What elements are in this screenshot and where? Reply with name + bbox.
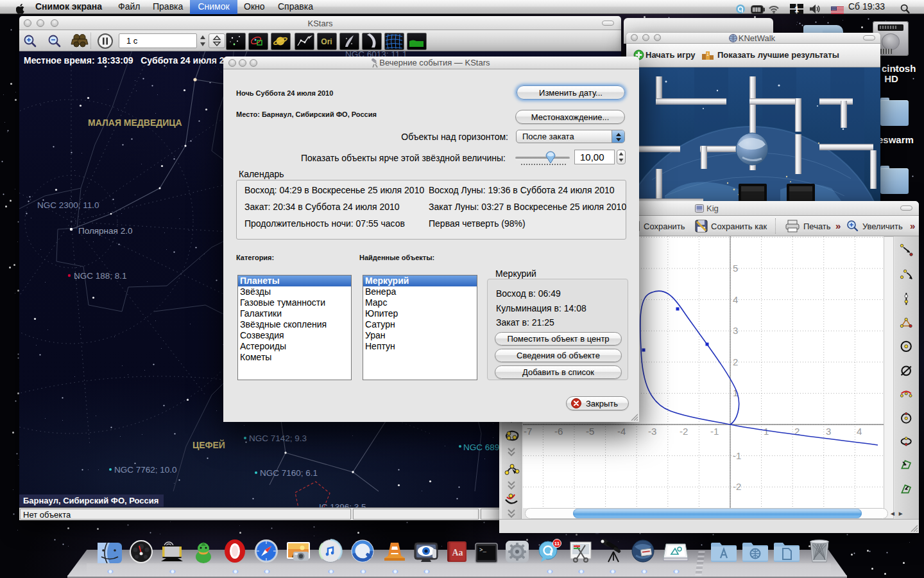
svg-text:-3: -3	[648, 426, 656, 437]
svg-text:11: 11	[554, 541, 560, 547]
svg-text:4: 4	[733, 294, 738, 305]
svg-text:5: 5	[733, 263, 738, 274]
svg-text:-1: -1	[733, 450, 741, 461]
svg-text:-5: -5	[586, 426, 594, 437]
svg-text:-6: -6	[554, 426, 563, 437]
svg-text:Ori: Ori	[321, 37, 332, 46]
svg-text:3: 3	[733, 325, 738, 336]
svg-text:Aa: Aa	[452, 548, 463, 557]
svg-text:1: 1	[706, 52, 709, 57]
svg-text:-7: -7	[524, 426, 532, 437]
svg-text:3: 3	[826, 426, 831, 437]
svg-text:>_: >_	[479, 547, 486, 554]
svg-text:1: 1	[794, 5, 799, 14]
svg-text:4: 4	[857, 426, 862, 437]
svg-text:2: 2	[733, 356, 738, 367]
svg-text:-1: -1	[710, 426, 719, 437]
svg-text:-4: -4	[617, 426, 626, 437]
svg-text:-2: -2	[680, 426, 688, 437]
svg-text:-2: -2	[733, 481, 741, 492]
